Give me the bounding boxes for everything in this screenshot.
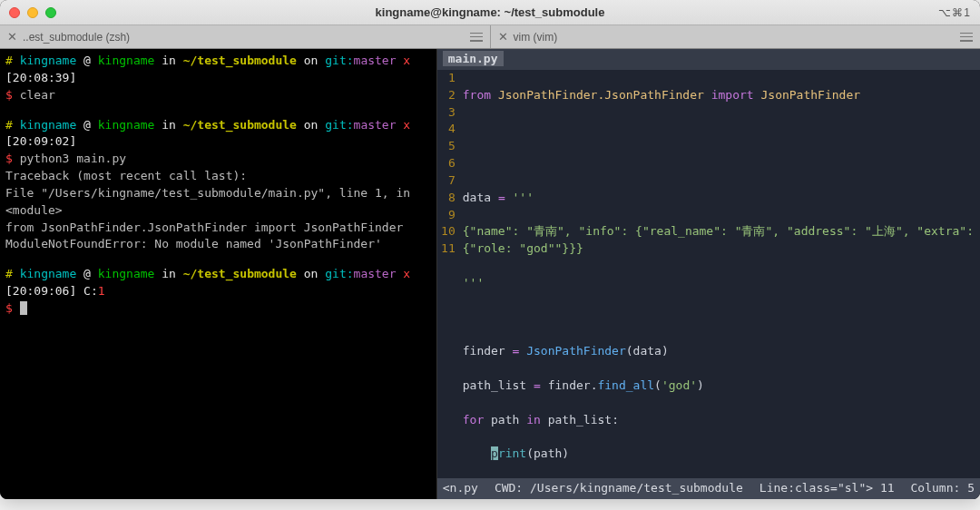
split-panes: # kingname @ kingname in ~/test_submodul… <box>0 49 980 499</box>
prompt-dirty: x <box>403 267 410 280</box>
prompt-path: ~/test_submodule <box>183 267 297 280</box>
code-area[interactable]: from JsonPathFinder.JsonPathFinder impor… <box>463 70 980 478</box>
line-number: 7 <box>437 172 456 190</box>
prompt-dirty: x <box>403 54 410 67</box>
prompt-at: @ <box>83 118 91 132</box>
terminal-window: kingname@kingname: ~/test_submodule ⌥⌘1 … <box>0 0 980 499</box>
keyword-for: for <box>463 413 484 427</box>
colon: : <box>612 413 619 427</box>
prompt-git: git: <box>325 267 353 280</box>
operator: = <box>513 344 520 358</box>
status-cwd-label: CWD: <box>495 481 523 495</box>
tab-right-label: vim (vim) <box>514 31 558 44</box>
prompt-host: kingname <box>98 54 155 67</box>
prompt-path: ~/test_submodule <box>183 54 297 67</box>
maximize-window-icon[interactable] <box>45 7 56 18</box>
tab-left-label: ..est_submodule (zsh) <box>23 31 130 44</box>
indent <box>463 446 491 460</box>
vim-body: 1 2 3 4 5 6 7 8 9 10 11 from JsonPathFin… <box>437 70 980 478</box>
terminal-line: $ python3 main.py <box>5 151 431 168</box>
string-literal: 'god' <box>662 378 697 392</box>
prompt-host: kingname <box>98 118 155 132</box>
tab-right[interactable]: ✕ vim (vim) <box>491 25 981 48</box>
prompt-at: @ <box>83 267 91 280</box>
tab-left[interactable]: ✕ ..est_submodule (zsh) <box>0 25 491 48</box>
identifier: finder <box>463 344 505 358</box>
terminal-pane[interactable]: # kingname @ kingname in ~/test_submodul… <box>0 49 437 499</box>
prompt-dollar: $ <box>5 88 13 102</box>
operator: = <box>498 191 505 204</box>
terminal-line: # kingname @ kingname in ~/test_submodul… <box>5 266 431 300</box>
traffic-lights <box>9 7 56 18</box>
prompt-time: 20:09:06 <box>13 284 70 298</box>
string-literal: {"name": "青南", "info": {"real_name": "青南… <box>463 224 980 255</box>
identifier: path_list <box>548 413 612 427</box>
keyword-from: from <box>463 88 491 102</box>
line-number: 2 <box>437 87 456 104</box>
line-number: 1 <box>437 70 456 87</box>
status-cwd: /Users/kingname/test_submodule <box>530 481 743 495</box>
keyword-import: import <box>711 88 754 102</box>
status-col-label: Column: <box>911 481 961 495</box>
line-number: 9 <box>437 207 456 224</box>
line-number: 10 <box>437 223 456 240</box>
minimize-window-icon[interactable] <box>27 7 38 18</box>
terminal-line: # kingname @ kingname in ~/test_submodul… <box>5 53 431 87</box>
traceback-line: ModuleNotFoundError: No module named 'Js… <box>5 236 431 253</box>
line-number: 5 <box>437 138 456 155</box>
shortcut-indicator: ⌥⌘1 <box>938 6 971 19</box>
code-line: for path in path_list: <box>463 412 980 429</box>
keyword-in: in <box>526 413 541 427</box>
exit-label: C: <box>83 284 98 298</box>
argument: data <box>633 344 662 358</box>
prompt-user: kingname <box>20 267 77 280</box>
line-number-gutter: 1 2 3 4 5 6 7 8 9 10 11 <box>437 70 463 478</box>
close-tab-icon[interactable]: ✕ <box>498 30 508 44</box>
class-name: JsonPathFinder <box>760 88 860 102</box>
close-window-icon[interactable] <box>9 7 20 18</box>
prompt-on: on <box>304 54 318 67</box>
prompt-time: 20:09:02 <box>13 134 70 148</box>
prompt-hash: # <box>5 267 13 280</box>
identifier: data <box>463 191 491 204</box>
string-literal: ''' <box>513 191 534 204</box>
prompt-user: kingname <box>20 54 77 67</box>
close-tab-icon[interactable]: ✕ <box>7 30 17 44</box>
prompt-in: in <box>162 54 176 67</box>
exit-code: 1 <box>98 284 105 298</box>
code-line <box>463 121 980 138</box>
code-line <box>463 155 980 172</box>
line-number: 6 <box>437 155 456 172</box>
prompt-dollar: $ <box>5 301 13 315</box>
vim-tab[interactable]: main.py <box>443 51 504 66</box>
status-col-value: 5 <box>967 481 975 495</box>
prompt-git: git: <box>325 54 353 67</box>
string-literal: ''' <box>463 276 484 289</box>
status-line-value: 11 <box>880 481 895 495</box>
module-name: JsonPathFinder.JsonPathFinder <box>498 88 704 102</box>
identifier: path <box>491 413 519 427</box>
prompt-branch: master <box>354 118 397 132</box>
vim-status-line: <n.py CWD: /Users/kingname/test_submodul… <box>437 478 980 499</box>
terminal-line: $ <box>5 300 431 318</box>
terminal-blank <box>5 253 431 266</box>
code-line: from JsonPathFinder.JsonPathFinder impor… <box>463 87 980 104</box>
titlebar: kingname@kingname: ~/test_submodule ⌥⌘1 <box>0 0 980 25</box>
code-line: data = ''' <box>463 190 980 207</box>
prompt-hash: # <box>5 54 13 67</box>
status-line-label: Line: <box>760 481 795 495</box>
line-number: 4 <box>437 121 456 138</box>
vim-pane[interactable]: main.py 1 2 3 4 5 6 7 8 9 10 11 from Jso… <box>437 49 980 499</box>
terminal-command: python3 main.py <box>20 152 126 165</box>
code-line: path_list = finder.find_all('god') <box>463 378 980 395</box>
terminal-line: # kingname @ kingname in ~/test_submodul… <box>5 117 431 152</box>
tab-menu-icon[interactable] <box>470 33 483 42</box>
code-line <box>463 309 980 327</box>
code-line: {"name": "青南", "info": {"real_name": "青南… <box>463 223 980 258</box>
window-title: kingname@kingname: ~/test_submodule <box>0 5 980 19</box>
tab-menu-icon[interactable] <box>960 33 973 42</box>
line-number: 3 <box>437 104 456 122</box>
vim-tabline: main.py <box>437 49 980 70</box>
cursor-icon <box>20 301 27 315</box>
builtin-print: rint <box>498 446 526 460</box>
